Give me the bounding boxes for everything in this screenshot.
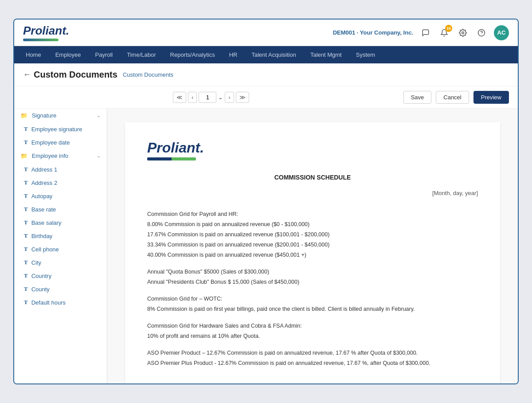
sidebar-item-address1[interactable]: T Address 1 xyxy=(14,163,107,176)
preview-button[interactable]: Preview xyxy=(473,91,509,104)
document-logo-text: Proliant. xyxy=(147,140,478,156)
settings-icon-button[interactable] xyxy=(457,27,469,39)
nav-reports[interactable]: Reports/Analytics xyxy=(163,46,222,63)
app-frame: Proliant. DEM001 · Your Company, Inc. 16 xyxy=(13,19,519,384)
nav-talent-mgmt[interactable]: Talent Mgmt xyxy=(303,46,349,63)
sidebar-item-label-employee-date: Employee date xyxy=(31,139,70,146)
doc-line: 33.34% Commission is paid on annualized … xyxy=(147,240,478,249)
sidebar-item-country[interactable]: T Country xyxy=(14,269,107,282)
page-number-input[interactable]: 1 xyxy=(199,92,216,103)
sidebar-item-address2[interactable]: T Address 2 xyxy=(14,176,107,189)
sidebar-item-label-cell-phone: Cell phone xyxy=(31,246,59,253)
main-content: 📁 Signature ⌄ T Employee signature T Emp… xyxy=(14,109,518,383)
document-logo-underline xyxy=(147,157,196,160)
sidebar-item-label-birthday: Birthday xyxy=(31,233,53,239)
sidebar-item-base-salary[interactable]: T Base salary xyxy=(14,216,107,229)
sidebar-item-employee-signature[interactable]: T Employee signature xyxy=(14,122,107,136)
sidebar-item-label-default-hours: Default hours xyxy=(31,299,66,306)
chevron-down-icon-signature: ⌄ xyxy=(97,113,101,118)
nav-home[interactable]: Home xyxy=(19,46,48,63)
doc-line: Annual "Presidents Club" Bonus $ 15,000 … xyxy=(147,278,478,286)
doc-line: Annual "Quota Bonus" $5000 (Sales of $30… xyxy=(147,267,478,276)
top-header: Proliant. DEM001 · Your Company, Inc. 16 xyxy=(14,20,518,46)
sidebar-section-signature[interactable]: 📁 Signature ⌄ xyxy=(14,109,107,122)
doc-line: 8.00% Commission is paid on annualized r… xyxy=(147,220,478,229)
t-icon-autopay: T xyxy=(24,192,28,200)
notification-badge: 16 xyxy=(445,25,452,32)
document-date-placeholder: [Month, day, year] xyxy=(147,190,478,196)
sidebar-item-label-country: Country xyxy=(31,273,52,279)
t-icon-address1: T xyxy=(24,166,28,173)
sidebar-item-cell-phone[interactable]: T Cell phone xyxy=(14,243,107,256)
header-logo-text: Proliant. xyxy=(23,24,69,37)
sidebar-item-label-base-rate: Base rate xyxy=(31,206,56,213)
breadcrumb-area: ← Custom Documents Custom Documents xyxy=(14,63,518,86)
t-icon-base-rate: T xyxy=(24,206,28,213)
doc-line: Commission Grid for Payroll and HR: xyxy=(147,210,478,219)
page-title: Custom Documents xyxy=(34,70,117,80)
save-button[interactable]: Save xyxy=(403,91,432,104)
sidebar-item-label-county: County xyxy=(31,286,50,293)
document-area: Proliant. COMMISSION SCHEDULE [Month, da… xyxy=(107,109,518,383)
t-icon-cell-phone: T xyxy=(24,246,28,253)
sidebar-item-label-address1: Address 1 xyxy=(31,166,58,173)
prev-page-button[interactable]: ‹ xyxy=(188,92,197,103)
document-section-0: Commission Grid for Payroll and HR: 8.00… xyxy=(147,210,478,259)
sidebar-section-signature-label: Signature xyxy=(32,112,57,119)
company-name: DEM001 · Your Company, Inc. xyxy=(333,29,413,36)
document-body: Commission Grid for Payroll and HR: 8.00… xyxy=(147,210,478,368)
sidebar-item-default-hours[interactable]: T Default hours xyxy=(14,296,107,309)
header-right: DEM001 · Your Company, Inc. 16 xyxy=(333,25,509,40)
document-section-3: Commission Grid for Hardware Sales and C… xyxy=(147,321,478,340)
t-icon-birthday: T xyxy=(24,232,28,239)
t-icon-base-salary: T xyxy=(24,219,28,226)
sidebar: 📁 Signature ⌄ T Employee signature T Emp… xyxy=(14,109,107,383)
doc-line: 10% of profit and remains at 10% after Q… xyxy=(147,332,478,340)
sidebar-item-birthday[interactable]: T Birthday xyxy=(14,229,107,243)
sidebar-section-employee-info-label: Employee info xyxy=(32,153,68,159)
help-icon-button[interactable] xyxy=(475,27,488,39)
header-logo-area: Proliant. xyxy=(23,24,69,41)
doc-line: 40.00% Commission is paid on annualized … xyxy=(147,250,478,259)
doc-line: 8% Commission is paid on first year bill… xyxy=(147,305,478,313)
nav-system[interactable]: System xyxy=(349,46,382,63)
sidebar-item-county[interactable]: T County xyxy=(14,282,107,296)
breadcrumb-link[interactable]: Custom Documents xyxy=(123,71,173,78)
document-section-2: Commission Grid for – WOTC: 8% Commissio… xyxy=(147,294,478,313)
nav-employee[interactable]: Employee xyxy=(48,46,88,63)
sidebar-item-city[interactable]: T City xyxy=(14,256,107,269)
sidebar-item-base-rate[interactable]: T Base rate xyxy=(14,203,107,216)
user-avatar[interactable]: AC xyxy=(494,25,509,40)
nav-talent-acquisition[interactable]: Talent Acquisition xyxy=(244,46,303,63)
chat-icon-button[interactable] xyxy=(419,27,432,39)
nav-payroll[interactable]: Payroll xyxy=(88,46,120,63)
nav-timelabor[interactable]: Time/Labor xyxy=(120,46,163,63)
folder-icon-employee-info: 📁 xyxy=(20,153,27,159)
t-icon-employee-signature: T xyxy=(24,125,28,133)
back-arrow-icon: ← xyxy=(23,70,31,79)
sidebar-item-label-address2: Address 2 xyxy=(31,180,58,186)
svg-point-0 xyxy=(462,31,464,34)
last-page-button[interactable]: ≫ xyxy=(236,92,249,103)
document-logo-area: Proliant. xyxy=(147,140,478,160)
nav-bar: Home Employee Payroll Time/Labor Reports… xyxy=(14,46,518,63)
t-icon-employee-date: T xyxy=(24,139,28,146)
cancel-button[interactable]: Cancel xyxy=(436,91,469,104)
sidebar-item-label-city: City xyxy=(31,259,41,266)
notification-icon-button[interactable]: 16 xyxy=(438,27,450,39)
nav-hr[interactable]: HR xyxy=(222,46,245,63)
first-page-button[interactable]: ≪ xyxy=(173,92,186,103)
sidebar-item-label-base-salary: Base salary xyxy=(31,219,62,226)
sidebar-item-label-employee-signature: Employee signature xyxy=(31,126,82,133)
doc-line: 17.67% Commission is paid on annualized … xyxy=(147,230,478,239)
pagination-area: ≪ ‹ 1 ⌄ › ≫ xyxy=(173,92,249,103)
back-button[interactable]: ← Custom Documents xyxy=(23,70,117,80)
sidebar-section-employee-info[interactable]: 📁 Employee info ⌄ xyxy=(14,149,107,163)
sidebar-item-autopay[interactable]: T Autopay xyxy=(14,189,107,203)
doc-line: Commission Grid for Hardware Sales and C… xyxy=(147,321,478,330)
doc-line: Commission Grid for – WOTC: xyxy=(147,294,478,303)
t-icon-county: T xyxy=(24,286,28,293)
next-page-button[interactable]: › xyxy=(225,92,234,103)
doc-line: ASO Premier Product – 12.67% Commission … xyxy=(147,348,478,357)
sidebar-item-employee-date[interactable]: T Employee date xyxy=(14,136,107,149)
